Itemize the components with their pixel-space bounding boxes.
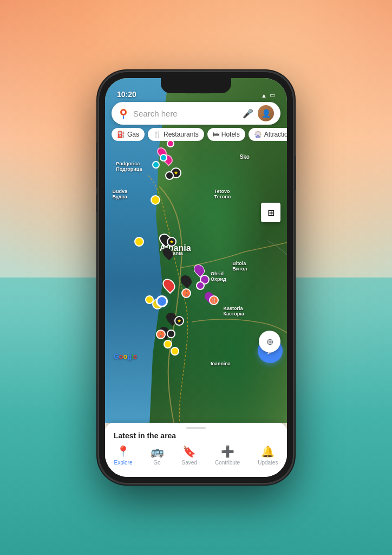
nav-item-explore[interactable]: 📍 Explore <box>110 443 137 468</box>
battery-icon: ▭ <box>270 92 275 99</box>
chip-restaurants-label: Restaurants <box>164 131 199 138</box>
phone-screen: 10:20 ▲ ▭ <box>105 78 287 477</box>
chip-hotels-label: Hotels <box>221 131 240 138</box>
attractions-icon: 🎡 <box>254 131 262 138</box>
go-icon: 🚌 <box>151 445 164 458</box>
search-input[interactable]: Search here <box>133 109 238 118</box>
nav-label-saved: Saved <box>182 460 197 466</box>
nav-label-updates: Updates <box>258 460 278 466</box>
scene: 10:20 ▲ ▭ <box>0 0 392 555</box>
nav-item-updates[interactable]: 🔔 Updates <box>253 443 282 468</box>
updates-icon: 🔔 <box>261 445 275 458</box>
phone-frame: 10:20 ▲ ▭ <box>99 72 293 483</box>
restaurant-icon: 🍴 <box>153 131 161 138</box>
nav-item-saved[interactable]: 🔖 Saved <box>178 443 201 468</box>
status-time: 10:20 <box>117 90 136 99</box>
nav-label-explore: Explore <box>114 460 133 466</box>
direction-button[interactable]: ⊕ <box>259 331 280 352</box>
google-maps-logo <box>118 108 129 119</box>
wifi-icon: ▲ <box>261 92 267 99</box>
search-bar[interactable]: Search here 🎤 👤 <box>112 102 280 125</box>
bottom-sheet-handle <box>186 427 206 429</box>
chip-attractions-label: Attractions <box>264 131 287 138</box>
hotel-icon: 🛏 <box>213 131 219 138</box>
contribute-icon: ➕ <box>221 445 234 458</box>
bottom-navigation: 📍 Explore 🚌 Go 🔖 Saved ➕ Contribute <box>105 438 287 477</box>
status-icons: ▲ ▭ <box>261 92 275 99</box>
nav-item-contribute[interactable]: ➕ Contribute <box>211 443 244 468</box>
chip-restaurants[interactable]: 🍴 Restaurants <box>148 128 204 141</box>
gas-icon: ⛽ <box>117 131 125 138</box>
chip-gas[interactable]: ⛽ Gas <box>112 128 145 141</box>
google-logo: Google <box>114 352 137 360</box>
saved-icon: 🔖 <box>182 445 196 458</box>
chip-gas-label: Gas <box>127 131 139 138</box>
svg-point-2 <box>122 111 125 114</box>
filter-chips: ⛽ Gas 🍴 Restaurants 🛏 Hotels 🎡 Attractio… <box>105 128 287 141</box>
explore-icon: 📍 <box>116 445 130 458</box>
mic-icon[interactable]: 🎤 <box>243 108 253 119</box>
chip-hotels[interactable]: 🛏 Hotels <box>207 128 245 141</box>
layers-icon: ⊞ <box>267 208 275 218</box>
nav-label-contribute: Contribute <box>215 460 240 466</box>
bottom-sheet[interactable]: Latest in the area 📍 Explore 🚌 Go 🔖 Save… <box>105 423 287 477</box>
nav-label-go: Go <box>153 460 160 466</box>
phone-notch <box>161 78 231 93</box>
nav-item-go[interactable]: 🚌 Go <box>146 443 168 468</box>
layer-button[interactable]: ⊞ <box>261 203 280 222</box>
user-avatar[interactable]: 👤 <box>258 105 274 121</box>
chip-attractions[interactable]: 🎡 Attractions <box>249 128 287 141</box>
compass-icon: ⊕ <box>266 337 273 347</box>
